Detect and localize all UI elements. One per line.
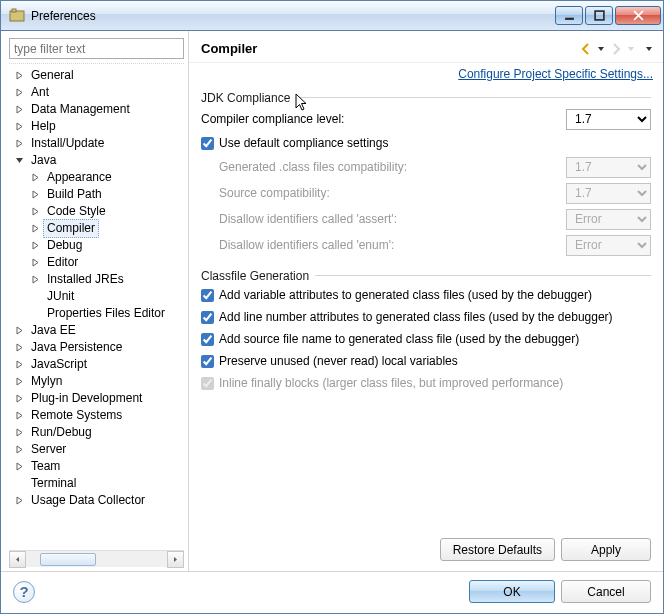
expand-icon[interactable] bbox=[29, 189, 41, 201]
classfile-gen-group-label: Classfile Generation bbox=[201, 269, 309, 283]
minimize-button[interactable] bbox=[555, 6, 583, 25]
disallow-assert-label: Disallow identifiers called 'assert': bbox=[219, 212, 566, 226]
compliance-level-select[interactable]: 1.7 bbox=[566, 109, 651, 130]
window-title: Preferences bbox=[31, 9, 553, 23]
view-menu-icon[interactable] bbox=[645, 45, 653, 53]
page-title: Compiler bbox=[201, 41, 579, 56]
right-pane: Compiler Configure Project Specific Sett… bbox=[189, 31, 663, 571]
svg-rect-2 bbox=[565, 18, 574, 20]
expand-icon[interactable] bbox=[29, 274, 41, 286]
titlebar: Preferences bbox=[1, 1, 663, 31]
scroll-left-icon[interactable] bbox=[9, 551, 26, 568]
leaf-icon bbox=[29, 308, 41, 320]
cf-var-attrs-label: Add variable attributes to generated cla… bbox=[219, 288, 592, 302]
back-icon[interactable] bbox=[579, 42, 593, 56]
expand-icon[interactable] bbox=[13, 444, 25, 456]
expand-icon[interactable] bbox=[13, 138, 25, 150]
disallow-assert-select: Error bbox=[566, 209, 651, 230]
svg-rect-3 bbox=[595, 11, 604, 20]
back-dropdown-icon[interactable] bbox=[597, 45, 605, 53]
cf-preserve-unused-label: Preserve unused (never read) local varia… bbox=[219, 354, 458, 368]
expand-icon[interactable] bbox=[29, 172, 41, 184]
expand-icon[interactable] bbox=[13, 104, 25, 116]
preferences-window: Preferences General Ant Data Management … bbox=[0, 0, 664, 614]
maximize-button[interactable] bbox=[585, 6, 613, 25]
configure-project-link[interactable]: Configure Project Specific Settings... bbox=[458, 67, 653, 81]
expand-icon[interactable] bbox=[13, 410, 25, 422]
expand-icon[interactable] bbox=[13, 495, 25, 507]
use-defaults-label: Use default compliance settings bbox=[219, 136, 388, 150]
expand-icon[interactable] bbox=[29, 257, 41, 269]
expand-icon[interactable] bbox=[29, 223, 41, 235]
expand-icon[interactable] bbox=[13, 359, 25, 371]
cf-source-name-checkbox[interactable] bbox=[201, 333, 214, 346]
expand-icon[interactable] bbox=[13, 70, 25, 82]
close-button[interactable] bbox=[615, 6, 661, 25]
scroll-right-icon[interactable] bbox=[167, 551, 184, 568]
source-compat-select: 1.7 bbox=[566, 183, 651, 204]
cf-inline-finally-label: Inline finally blocks (larger class file… bbox=[219, 376, 563, 390]
cf-line-nums-checkbox[interactable] bbox=[201, 311, 214, 324]
cf-var-attrs-checkbox[interactable] bbox=[201, 289, 214, 302]
cf-line-nums-label: Add line number attributes to generated … bbox=[219, 310, 613, 324]
expand-icon[interactable] bbox=[13, 342, 25, 354]
apply-button[interactable]: Apply bbox=[561, 538, 651, 561]
use-defaults-checkbox[interactable] bbox=[201, 137, 214, 150]
forward-dropdown-icon bbox=[627, 45, 635, 53]
restore-defaults-button[interactable]: Restore Defaults bbox=[440, 538, 555, 561]
expand-icon[interactable] bbox=[13, 393, 25, 405]
left-pane: General Ant Data Management Help Install… bbox=[1, 31, 189, 571]
expand-icon[interactable] bbox=[29, 206, 41, 218]
horizontal-scrollbar[interactable] bbox=[9, 550, 184, 567]
expand-icon[interactable] bbox=[29, 240, 41, 252]
expand-icon[interactable] bbox=[13, 325, 25, 337]
gen-class-compat-label: Generated .class files compatibility: bbox=[219, 160, 566, 174]
filter-input[interactable] bbox=[9, 38, 184, 59]
jdk-compliance-group-label: JDK Compliance bbox=[201, 91, 290, 105]
disallow-enum-label: Disallow identifiers called 'enum': bbox=[219, 238, 566, 252]
collapse-icon[interactable] bbox=[13, 155, 25, 167]
footer: ? OK Cancel bbox=[1, 571, 663, 613]
leaf-icon bbox=[13, 478, 25, 490]
tree-item[interactable]: Usage Data Collector bbox=[27, 491, 149, 510]
cf-inline-finally-checkbox bbox=[201, 377, 214, 390]
svg-rect-1 bbox=[12, 9, 16, 12]
forward-icon bbox=[609, 42, 623, 56]
app-icon bbox=[9, 8, 25, 24]
help-icon[interactable]: ? bbox=[13, 581, 35, 603]
expand-icon[interactable] bbox=[13, 87, 25, 99]
disallow-enum-select: Error bbox=[566, 235, 651, 256]
expand-icon[interactable] bbox=[13, 121, 25, 133]
ok-button[interactable]: OK bbox=[469, 580, 555, 603]
scroll-thumb[interactable] bbox=[40, 553, 96, 566]
tree-view[interactable]: General Ant Data Management Help Install… bbox=[9, 63, 184, 550]
expand-icon[interactable] bbox=[13, 427, 25, 439]
cf-preserve-unused-checkbox[interactable] bbox=[201, 355, 214, 368]
source-compat-label: Source compatibility: bbox=[219, 186, 566, 200]
cf-source-name-label: Add source file name to generated class … bbox=[219, 332, 579, 346]
expand-icon[interactable] bbox=[13, 461, 25, 473]
gen-class-compat-select: 1.7 bbox=[566, 157, 651, 178]
compliance-level-label: Compiler compliance level: bbox=[201, 112, 566, 126]
expand-icon[interactable] bbox=[13, 376, 25, 388]
leaf-icon bbox=[29, 291, 41, 303]
cancel-button[interactable]: Cancel bbox=[561, 580, 651, 603]
